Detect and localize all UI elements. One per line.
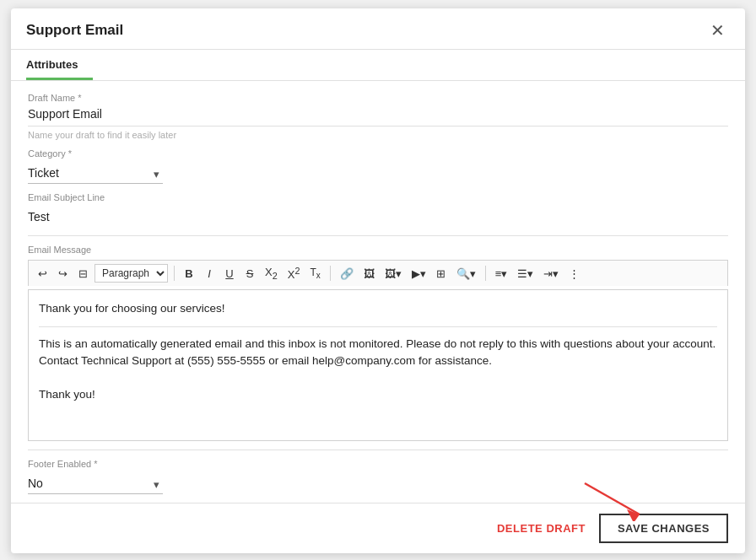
email-message-label: Email Message <box>28 245 728 255</box>
more-button[interactable]: ⋮ <box>565 266 583 282</box>
message-paragraph-1: Thank you for choosing our services! <box>39 300 717 317</box>
tabs-bar: Attributes <box>11 50 745 81</box>
draft-name-field: Draft Name * Support Email Name your dra… <box>28 93 728 140</box>
email-subject-label: Email Subject Line <box>28 192 728 202</box>
undo-button[interactable]: ↩ <box>34 266 51 282</box>
footer-enabled-section: Footer Enabled * No Yes ▾ <box>28 450 728 494</box>
table-button[interactable]: ⊞ <box>433 266 450 282</box>
draft-name-value: Support Email <box>28 107 728 127</box>
message-paragraph-3: Thank you! <box>39 386 717 403</box>
subscript-button[interactable]: X2 <box>262 264 281 283</box>
save-changes-button[interactable]: SAVE CHANGES <box>599 514 728 543</box>
draft-name-label: Draft Name * <box>28 93 728 103</box>
italic-button[interactable]: I <box>201 266 218 282</box>
email-subject-section: Email Subject Line <box>28 192 728 236</box>
email-message-section: Email Message ↩ ↪ ⊟ Paragraph Heading 1 … <box>28 245 728 441</box>
redo-button[interactable]: ↪ <box>54 266 71 282</box>
email-message-area[interactable]: Thank you for choosing our services! Thi… <box>28 289 728 441</box>
draft-name-hint: Name your draft to find it easily later <box>28 130 728 140</box>
clear-format-button[interactable]: Tx <box>306 265 323 282</box>
modal-container: Support Email ✕ Attributes Draft Name * … <box>11 8 745 553</box>
bold-button[interactable]: B <box>181 266 197 282</box>
delete-draft-button[interactable]: DELETE DRAFT <box>497 522 586 535</box>
category-select-wrapper: Ticket General Support ▾ <box>28 163 163 184</box>
sep2 <box>330 266 331 281</box>
message-paragraph-2: This is an automatically generated email… <box>39 336 717 370</box>
sep3 <box>485 266 486 281</box>
video-button[interactable]: ▶▾ <box>408 266 429 282</box>
link-button[interactable]: 🔗 <box>337 266 357 282</box>
paragraph-select[interactable]: Paragraph Heading 1 Heading 2 <box>94 264 168 283</box>
footer-enabled-select[interactable]: No Yes <box>28 473 163 494</box>
category-select[interactable]: Ticket General Support <box>28 163 163 184</box>
modal-footer: DELETE DRAFT SAVE CHANGES <box>11 503 745 553</box>
list-button[interactable]: ☰▾ <box>514 266 537 282</box>
sep1 <box>174 266 175 281</box>
editor-toolbar: ↩ ↪ ⊟ Paragraph Heading 1 Heading 2 B I … <box>28 260 728 286</box>
footer-enabled-label: Footer Enabled * <box>28 459 728 469</box>
modal-title: Support Email <box>26 22 123 39</box>
strikethrough-button[interactable]: S <box>241 266 258 282</box>
image-button[interactable]: 🖼 <box>360 266 378 282</box>
underline-button[interactable]: U <box>221 266 238 282</box>
modal-body: Draft Name * Support Email Name your dra… <box>11 81 745 503</box>
tab-attributes[interactable]: Attributes <box>26 50 93 80</box>
align-button[interactable]: ≡▾ <box>492 266 511 282</box>
message-divider <box>39 326 717 327</box>
category-field: Category * Ticket General Support ▾ <box>28 148 728 184</box>
footer-enabled-select-wrapper: No Yes ▾ <box>28 473 163 494</box>
blocks-button[interactable]: ⊟ <box>74 266 91 282</box>
superscript-button[interactable]: X2 <box>284 264 304 283</box>
modal-header: Support Email ✕ <box>11 8 745 50</box>
category-label: Category * <box>28 148 728 159</box>
image-dropdown-button[interactable]: 🖼▾ <box>381 266 405 282</box>
close-button[interactable]: ✕ <box>705 20 730 40</box>
indent-button[interactable]: ⇥▾ <box>540 266 562 282</box>
email-subject-input[interactable] <box>28 207 728 227</box>
search-button[interactable]: 🔍▾ <box>453 266 479 282</box>
